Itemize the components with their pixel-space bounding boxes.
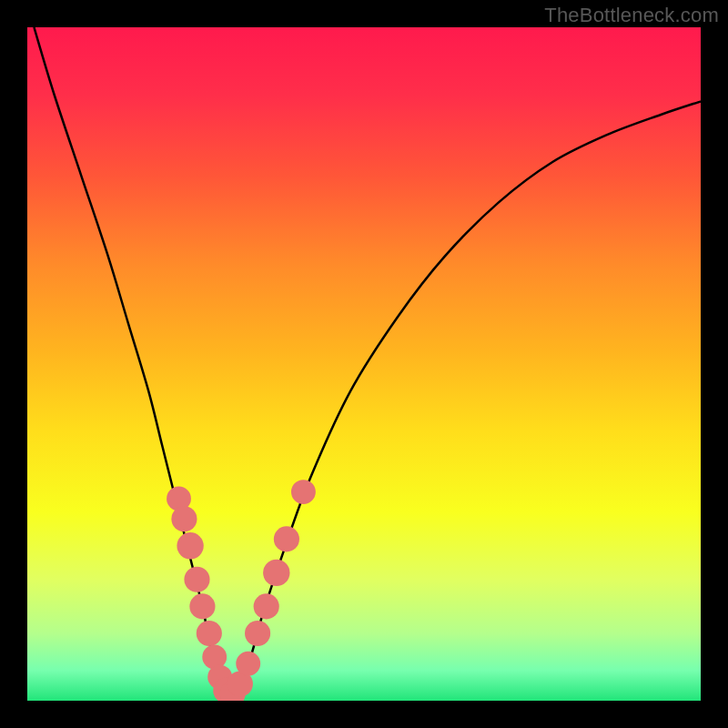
data-marker: [236, 652, 260, 676]
data-marker: [184, 567, 209, 592]
data-marker: [197, 621, 222, 646]
data-marker: [171, 506, 197, 531]
data-marker: [177, 532, 203, 559]
data-marker: [189, 593, 215, 619]
data-marker: [263, 560, 289, 586]
data-marker: [291, 480, 316, 504]
plot-svg: [27, 27, 701, 701]
plot-area: [27, 27, 701, 701]
data-marker: [254, 593, 279, 619]
chart-frame: TheBottleneck.com: [0, 0, 728, 728]
watermark-text: TheBottleneck.com: [544, 4, 719, 27]
gradient-background: [27, 27, 701, 701]
data-marker: [274, 526, 299, 551]
data-marker: [245, 621, 270, 646]
